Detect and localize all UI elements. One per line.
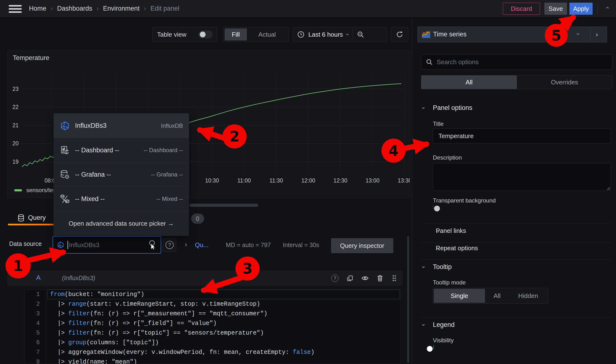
options-search[interactable]	[421, 54, 612, 70]
y-tick-label: 21	[7, 122, 19, 129]
code-line-4[interactable]: 4 |> filter(fn: (r) => r["_field"] == "v…	[25, 318, 400, 328]
menu-item-dashboard[interactable]: -- Dashboard -- -- Dashboard --	[54, 138, 189, 162]
zoom-out-icon[interactable]	[357, 31, 364, 38]
drag-handle-icon[interactable]	[391, 274, 397, 282]
line-number: 1	[25, 289, 46, 299]
top-nav-bar: Home › Dashboards › Environment › Edit p…	[0, 0, 616, 18]
panel-links-section[interactable]: Panel links	[436, 227, 466, 234]
tooltip-mode-all[interactable]: All	[485, 289, 509, 303]
legend-swatch	[14, 189, 22, 191]
delete-query-trash-icon[interactable]	[377, 275, 383, 282]
code-text: from(bucket: "monitoring")	[46, 291, 144, 298]
chevron-up-icon: ›	[604, 7, 610, 9]
options-search-input[interactable]	[437, 58, 608, 66]
datasource-help-button[interactable]: ?	[163, 238, 176, 252]
flux-query-editor[interactable]: 1from(bucket: "monitoring")2 |> range(st…	[24, 289, 401, 364]
transparent-background-toggle[interactable]	[433, 205, 433, 209]
repeat-options-section[interactable]: Repeat options	[436, 245, 478, 252]
code-line-2[interactable]: 2 |> range(start: v.timeRangeStart, stop…	[25, 299, 400, 309]
tooltip-mode-hidden[interactable]: Hidden	[509, 289, 547, 303]
hide-query-eye-icon[interactable]	[361, 275, 369, 281]
code-line-8[interactable]: 8 |> yield(name: "mean")	[25, 357, 400, 364]
breadcrumb-separator: ›	[96, 5, 99, 12]
collapse-pane-button[interactable]: ›	[596, 31, 598, 38]
menu-item-type: -- Dashboard --	[144, 147, 183, 154]
query-inspector-button[interactable]: Query inspector	[331, 238, 393, 253]
chevron-down-icon[interactable]: ›	[18, 274, 20, 280]
viz-type-label: Time series	[433, 31, 467, 38]
table-view-toggle[interactable]	[199, 31, 213, 38]
line-number: 7	[25, 347, 46, 357]
datasource-dropdown-menu: InfluxDBs3 InfluxDB -- Dashboard -- -- D…	[54, 113, 189, 236]
line-number: 4	[25, 318, 46, 328]
time-range-group[interactable]: Last 6 hours ›	[293, 27, 387, 42]
menu-item-label: -- Grafana --	[75, 171, 151, 178]
chevron-down-icon[interactable]: ›	[421, 324, 427, 326]
legend-visibility-toggle[interactable]	[433, 345, 434, 350]
apply-button[interactable]: Apply	[569, 3, 593, 15]
tooltip-heading[interactable]: Tooltip	[433, 263, 452, 271]
search-icon	[426, 58, 433, 65]
code-text: |> group(columns: ["topic"])	[46, 339, 159, 346]
code-line-3[interactable]: 3 |> filter(fn: (r) => r["_measurement"]…	[25, 309, 400, 318]
collapse-topbar-button[interactable]: ›	[601, 4, 613, 11]
datasource-picker-input[interactable]: InfluxDBs3	[53, 236, 161, 254]
title-input[interactable]	[433, 129, 611, 143]
menu-item-influxdbs3[interactable]: InfluxDBs3 InfluxDB	[54, 114, 189, 138]
breadcrumb-separator: ›	[144, 5, 146, 12]
chevron-right-icon: ›	[185, 241, 187, 248]
x-tick-label: 13:30	[398, 177, 410, 184]
menu-item-label: InfluxDBs3	[75, 122, 161, 130]
code-line-5[interactable]: 5 |> filter(fn: (r) => r["topic"] == "se…	[25, 328, 400, 338]
database-icon	[17, 214, 25, 222]
query-options-chevron[interactable]: ›	[185, 241, 187, 248]
chevron-down-icon[interactable]: ›	[421, 266, 427, 268]
description-textarea[interactable]	[433, 163, 611, 191]
panel-options-heading[interactable]: Panel options	[433, 104, 472, 112]
refresh-icon	[396, 31, 403, 38]
code-line-6[interactable]: 6 |> group(columns: ["topic"])	[25, 338, 400, 347]
line-number: 3	[25, 309, 46, 318]
section-divider	[421, 224, 612, 224]
help-icon: ?	[165, 241, 174, 249]
query-help-icon[interactable]: ?	[331, 274, 339, 282]
open-advanced-picker-link[interactable]: Open advanced data source picker →	[54, 211, 189, 236]
tab-overrides[interactable]: Overrides	[517, 76, 612, 89]
description-textarea-field[interactable]	[433, 163, 611, 191]
breadcrumb-home[interactable]: Home	[29, 5, 46, 12]
code-line-7[interactable]: 7 |> aggregateWindow(every: v.windowPeri…	[25, 347, 400, 357]
breadcrumb-environment[interactable]: Environment	[103, 5, 140, 12]
breadcrumb: Home › Dashboards › Environment › Edit p…	[29, 0, 179, 17]
x-tick-label: 12:30	[333, 177, 347, 184]
menu-hamburger-icon[interactable]	[9, 5, 22, 13]
legend-heading[interactable]: Legend	[433, 321, 455, 329]
dashboard-icon	[60, 145, 70, 155]
code-text: |> aggregateWindow(every: v.windowPeriod…	[46, 349, 315, 356]
code-line-1[interactable]: 1from(bucket: "monitoring")	[25, 289, 400, 299]
viz-picker-chevron[interactable]: ›	[577, 31, 580, 37]
menu-item-grafana[interactable]: -- Grafana -- -- Grafana --	[54, 162, 189, 187]
breadcrumb-dashboards[interactable]: Dashboards	[57, 5, 92, 12]
menu-item-mixed[interactable]: -- Mixed -- -- Mixed --	[54, 187, 189, 211]
horizontal-scrollbar[interactable]	[189, 204, 258, 207]
chevron-down-icon[interactable]: ›	[421, 107, 427, 109]
visualization-picker[interactable]: Time series › ›	[417, 26, 607, 42]
title-input-field[interactable]	[433, 129, 611, 143]
query-options-collapsed[interactable]: Qu...	[195, 241, 208, 249]
y-tick-label: 22	[7, 104, 19, 110]
save-button[interactable]: Save	[544, 3, 567, 15]
refresh-button[interactable]	[391, 27, 408, 42]
vertical-scrollbar[interactable]	[407, 236, 409, 363]
fill-option[interactable]: Fill	[225, 28, 247, 40]
tab-query[interactable]: Query	[28, 214, 46, 221]
tab-all[interactable]: All	[421, 76, 517, 89]
actual-option[interactable]: Actual	[247, 31, 287, 38]
x-tick-label: 10:30	[205, 177, 219, 184]
discard-button[interactable]: Discard	[503, 3, 540, 15]
tooltip-mode-single[interactable]: Single	[434, 289, 485, 303]
options-tabs: All Overrides	[421, 75, 612, 89]
duplicate-query-icon[interactable]	[347, 275, 353, 282]
line-number: 8	[25, 357, 46, 364]
vizbar-divider	[590, 29, 591, 40]
query-ref-row[interactable]: › A (InfluxDBs3) ?	[7, 271, 402, 286]
